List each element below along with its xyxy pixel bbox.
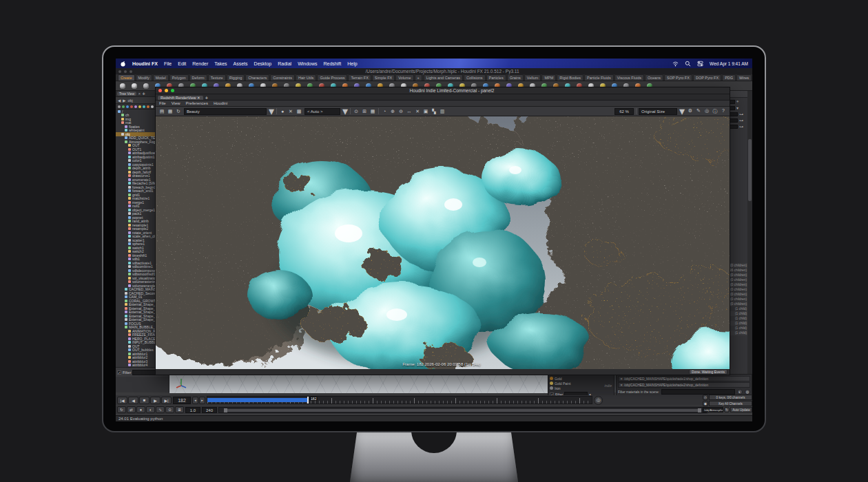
- key-all-icon[interactable]: ◆: [703, 401, 708, 406]
- timeline-ruler[interactable]: 182: [207, 396, 592, 404]
- auto-update-dropdown[interactable]: Auto Update: [730, 407, 752, 412]
- zoom-out-icon[interactable]: ⊖: [397, 109, 404, 114]
- play-reverse-button[interactable]: ◀: [128, 397, 138, 404]
- wifi-icon[interactable]: [672, 61, 679, 67]
- shelf-tab-+[interactable]: +: [415, 74, 422, 81]
- menu-bar-clock[interactable]: Wed Apr 1 9:41 AM: [710, 61, 748, 66]
- shelf-tab-vellum[interactable]: Vellum: [524, 74, 541, 81]
- info-icon[interactable]: ⓘ: [712, 108, 719, 115]
- menu-item-radial[interactable]: Radial: [278, 61, 291, 66]
- shelf-tab-oceans[interactable]: Oceans: [645, 74, 663, 81]
- checker-background-icon[interactable]: ▦: [369, 109, 376, 114]
- menu-item-redshift[interactable]: Redshift: [324, 61, 342, 66]
- render-region-icon[interactable]: ▩: [296, 109, 302, 114]
- shelf-tab-volume[interactable]: Volume: [395, 74, 413, 81]
- link-icon[interactable]: ⊶: [739, 118, 743, 123]
- shelf-tab-collisions[interactable]: Collisions: [464, 74, 486, 81]
- realtime-toggle-button[interactable]: ●: [136, 406, 145, 413]
- shelf-tab-rigging[interactable]: Rigging: [227, 74, 245, 81]
- definition-row[interactable]: ✕/obj/CACHED_MAINSHAPE/quickshade2/shop_…: [618, 382, 750, 388]
- gear-icon[interactable]: ⚙: [687, 108, 694, 115]
- magnifier-icon[interactable]: ◎: [703, 108, 710, 115]
- shelf-tab-hair-utils[interactable]: Hair Utils: [296, 74, 316, 81]
- menu-item-windows[interactable]: Windows: [298, 61, 317, 66]
- shelf-tab-mpm[interactable]: MPM: [541, 74, 556, 81]
- scene-filter-input[interactable]: [661, 389, 735, 395]
- edit-icon[interactable]: ✎: [695, 108, 702, 115]
- shelf-tab-wires[interactable]: Wires: [736, 74, 752, 81]
- node-filter-icon[interactable]: [143, 105, 145, 108]
- range-start-handle[interactable]: [224, 408, 227, 412]
- close-window-icon[interactable]: [158, 89, 162, 92]
- compare-icon[interactable]: ▚: [431, 109, 437, 114]
- shelf-tab-polygon[interactable]: Polygon: [169, 74, 189, 81]
- shelf-tab-modify[interactable]: Modify: [136, 74, 152, 81]
- loop-mode-button[interactable]: ↻: [117, 406, 126, 413]
- range-end-field[interactable]: 240: [202, 407, 217, 413]
- audio-toggle-button[interactable]: ∿: [156, 406, 165, 413]
- shelf-tab-rigid-bodies[interactable]: Rigid Bodies: [557, 74, 583, 81]
- shelf-tab-create[interactable]: Create: [118, 74, 135, 81]
- render-menu-houdini[interactable]: Houdini: [214, 101, 227, 105]
- apple-logo-icon[interactable]: [120, 61, 126, 67]
- copy-icon[interactable]: ▥: [439, 109, 446, 114]
- current-frame-field[interactable]: 182: [173, 397, 191, 404]
- minimize-window-icon[interactable]: [124, 70, 127, 73]
- jump-to-end-button[interactable]: ▶|: [161, 397, 172, 404]
- shelf-tool-icon[interactable]: [132, 83, 137, 89]
- menu-item-help[interactable]: Help: [347, 61, 357, 66]
- refresh-materials-icon[interactable]: ◎: [745, 389, 750, 395]
- menu-item-render[interactable]: Render: [192, 61, 208, 66]
- back-icon[interactable]: ◀: [118, 98, 121, 103]
- ping-pong-button[interactable]: ⇄: [127, 406, 136, 413]
- shelf-tab-dop-pyro-fx[interactable]: DOP Pyro FX: [693, 74, 721, 81]
- close-tab-icon[interactable]: ✕: [197, 96, 200, 100]
- render-menu-view[interactable]: View: [172, 101, 180, 105]
- menu-item-assets[interactable]: Assets: [234, 61, 248, 66]
- parameter-scrollbar[interactable]: [747, 91, 752, 392]
- stop-button[interactable]: ■: [139, 397, 149, 404]
- add-tab-icon[interactable]: ✚: [205, 96, 208, 100]
- zoom-level-field[interactable]: 62 %: [614, 108, 634, 115]
- fit-view-icon[interactable]: ↔: [406, 109, 413, 114]
- dropdown-icon[interactable]: ▾: [736, 105, 738, 110]
- scoped-path-field[interactable]: /obj/Atmospheric...: [703, 407, 723, 412]
- tab-redshift-renderview[interactable]: Redshift RenderView ✕: [158, 96, 203, 100]
- menu-item-desktop[interactable]: Desktop: [254, 61, 272, 66]
- simulation-toggle-button[interactable]: ◐: [146, 406, 155, 413]
- minimize-window-icon[interactable]: [165, 89, 168, 92]
- global-range-button[interactable]: ⊞: [175, 406, 184, 413]
- zoom-in-icon[interactable]: ⊕: [389, 109, 396, 114]
- timeline-zoom-button[interactable]: ◎: [594, 396, 603, 405]
- next-frame-button[interactable]: ▸: [199, 397, 205, 404]
- node-filter-icon[interactable]: [130, 105, 133, 108]
- size-mode-dropdown[interactable]: Original Size: [639, 108, 677, 115]
- render-menu-preferences[interactable]: Preferences: [186, 101, 208, 105]
- render-menu-file[interactable]: File: [159, 101, 166, 105]
- playback-range-slider[interactable]: [218, 407, 707, 413]
- menu-item-edit[interactable]: Edit: [178, 61, 186, 66]
- material-item[interactable]: Gold: [550, 376, 612, 381]
- link-icon[interactable]: ⊶: [739, 112, 743, 116]
- shelf-tab-viscous-fluids[interactable]: Viscous Fluids: [614, 74, 644, 81]
- shelf-tab-characters[interactable]: Characters: [245, 74, 269, 81]
- render-window-title-bar[interactable]: Houdini Indie Limited-Commercial - panel…: [156, 87, 730, 94]
- start-render-icon[interactable]: ●: [279, 109, 286, 114]
- node-filter-icon[interactable]: [147, 105, 149, 108]
- snapshot-dropdown[interactable]: < Auto >: [304, 108, 340, 115]
- grid-icon[interactable]: ⊞: [361, 109, 368, 114]
- cache-toggle-button[interactable]: ⊙: [165, 406, 174, 413]
- help-icon[interactable]: ?: [720, 108, 727, 115]
- layers-icon[interactable]: ▦: [167, 109, 174, 114]
- forward-icon[interactable]: ▶: [123, 98, 125, 103]
- add-tab-icon[interactable]: ✚: [142, 92, 145, 96]
- play-button[interactable]: ▶: [150, 397, 161, 404]
- close-icon[interactable]: ✕: [620, 384, 623, 387]
- stop-render-icon[interactable]: ✕: [287, 109, 294, 114]
- shelf-tool-icon[interactable]: [143, 83, 149, 89]
- breadcrumb[interactable]: obj: [127, 98, 132, 103]
- menu-item-takes[interactable]: Takes: [214, 61, 227, 66]
- shelf-tab-simple-fx[interactable]: Simple FX: [372, 74, 395, 81]
- node-filter-icon[interactable]: [151, 105, 154, 108]
- render-view-window[interactable]: Houdini Indie Limited-Commercial - panel…: [155, 87, 730, 375]
